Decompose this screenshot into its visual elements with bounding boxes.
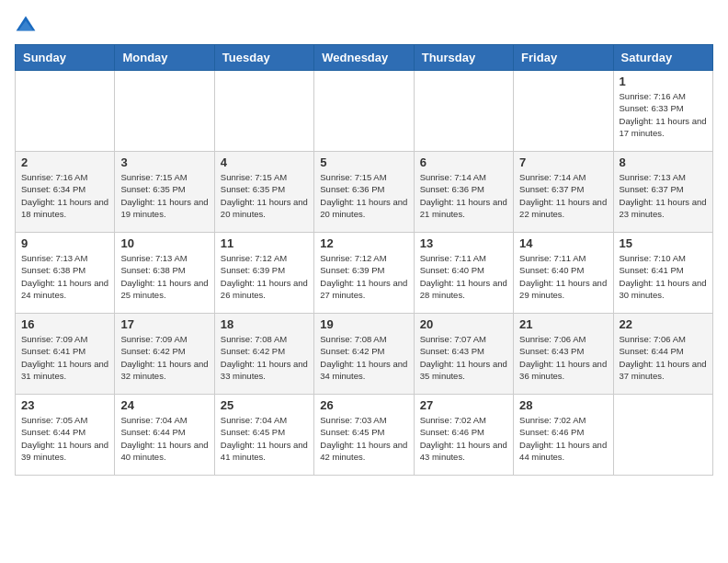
day-info: Sunrise: 7:15 AM Sunset: 6:36 PM Dayligh…	[320, 171, 407, 220]
day-number: 14	[519, 236, 607, 250]
day-info: Sunrise: 7:02 AM Sunset: 6:46 PM Dayligh…	[420, 414, 507, 463]
calendar-cell: 23Sunrise: 7:05 AM Sunset: 6:44 PM Dayli…	[16, 395, 115, 476]
calendar-cell: 18Sunrise: 7:08 AM Sunset: 6:42 PM Dayli…	[214, 314, 313, 395]
day-info: Sunrise: 7:05 AM Sunset: 6:44 PM Dayligh…	[21, 414, 108, 463]
calendar-cell: 5Sunrise: 7:15 AM Sunset: 6:36 PM Daylig…	[314, 152, 414, 233]
day-number: 16	[21, 317, 108, 331]
day-info: Sunrise: 7:06 AM Sunset: 6:44 PM Dayligh…	[620, 333, 707, 382]
calendar-cell: 19Sunrise: 7:08 AM Sunset: 6:42 PM Dayli…	[314, 314, 414, 395]
day-info: Sunrise: 7:15 AM Sunset: 6:35 PM Dayligh…	[120, 171, 208, 220]
day-number: 27	[420, 398, 507, 412]
day-info: Sunrise: 7:08 AM Sunset: 6:42 PM Dayligh…	[320, 333, 407, 382]
day-info: Sunrise: 7:13 AM Sunset: 6:38 PM Dayligh…	[120, 252, 208, 301]
day-number: 28	[519, 398, 607, 412]
day-info: Sunrise: 7:08 AM Sunset: 6:42 PM Dayligh…	[221, 333, 308, 382]
calendar-cell: 10Sunrise: 7:13 AM Sunset: 6:38 PM Dayli…	[115, 233, 214, 314]
day-info: Sunrise: 7:02 AM Sunset: 6:46 PM Dayligh…	[519, 414, 607, 463]
day-of-week-header: Wednesday	[314, 45, 414, 71]
day-info: Sunrise: 7:09 AM Sunset: 6:41 PM Dayligh…	[21, 333, 108, 382]
day-number: 13	[420, 236, 507, 250]
calendar-cell: 27Sunrise: 7:02 AM Sunset: 6:46 PM Dayli…	[414, 395, 513, 476]
day-number: 4	[221, 155, 308, 169]
calendar-cell: 12Sunrise: 7:12 AM Sunset: 6:39 PM Dayli…	[314, 233, 414, 314]
calendar-cell	[16, 71, 115, 152]
day-number: 7	[519, 155, 607, 169]
day-of-week-header: Sunday	[16, 45, 115, 71]
logo-icon	[15, 15, 37, 37]
day-number: 23	[21, 398, 108, 412]
day-info: Sunrise: 7:16 AM Sunset: 6:33 PM Dayligh…	[620, 90, 707, 139]
calendar-week-row: 16Sunrise: 7:09 AM Sunset: 6:41 PM Dayli…	[16, 314, 713, 395]
day-number: 26	[320, 398, 407, 412]
day-info: Sunrise: 7:10 AM Sunset: 6:41 PM Dayligh…	[620, 252, 707, 301]
day-info: Sunrise: 7:04 AM Sunset: 6:45 PM Dayligh…	[221, 414, 308, 463]
calendar-cell: 15Sunrise: 7:10 AM Sunset: 6:41 PM Dayli…	[613, 233, 712, 314]
day-info: Sunrise: 7:13 AM Sunset: 6:38 PM Dayligh…	[21, 252, 108, 301]
day-number: 21	[519, 317, 607, 331]
day-info: Sunrise: 7:09 AM Sunset: 6:42 PM Dayligh…	[120, 333, 208, 382]
day-info: Sunrise: 7:14 AM Sunset: 6:36 PM Dayligh…	[420, 171, 507, 220]
day-number: 17	[120, 317, 208, 331]
day-number: 12	[320, 236, 407, 250]
day-number: 24	[120, 398, 208, 412]
day-of-week-header: Thursday	[414, 45, 513, 71]
calendar-cell: 13Sunrise: 7:11 AM Sunset: 6:40 PM Dayli…	[414, 233, 513, 314]
calendar-cell: 3Sunrise: 7:15 AM Sunset: 6:35 PM Daylig…	[115, 152, 214, 233]
day-info: Sunrise: 7:03 AM Sunset: 6:45 PM Dayligh…	[320, 414, 407, 463]
calendar-cell: 21Sunrise: 7:06 AM Sunset: 6:43 PM Dayli…	[514, 314, 613, 395]
day-number: 10	[120, 236, 208, 250]
day-info: Sunrise: 7:06 AM Sunset: 6:43 PM Dayligh…	[519, 333, 607, 382]
day-number: 25	[221, 398, 308, 412]
calendar-cell: 2Sunrise: 7:16 AM Sunset: 6:34 PM Daylig…	[16, 152, 115, 233]
calendar-cell	[115, 71, 214, 152]
day-number: 5	[320, 155, 407, 169]
calendar-cell: 1Sunrise: 7:16 AM Sunset: 6:33 PM Daylig…	[613, 71, 712, 152]
day-number: 15	[620, 236, 707, 250]
calendar-cell: 17Sunrise: 7:09 AM Sunset: 6:42 PM Dayli…	[115, 314, 214, 395]
day-number: 8	[620, 155, 707, 169]
calendar-header-row: SundayMondayTuesdayWednesdayThursdayFrid…	[16, 45, 713, 71]
calendar-week-row: 1Sunrise: 7:16 AM Sunset: 6:33 PM Daylig…	[16, 71, 713, 152]
day-info: Sunrise: 7:15 AM Sunset: 6:35 PM Dayligh…	[221, 171, 308, 220]
day-info: Sunrise: 7:11 AM Sunset: 6:40 PM Dayligh…	[420, 252, 507, 301]
day-number: 22	[620, 317, 707, 331]
day-info: Sunrise: 7:16 AM Sunset: 6:34 PM Dayligh…	[21, 171, 108, 220]
day-info: Sunrise: 7:12 AM Sunset: 6:39 PM Dayligh…	[221, 252, 308, 301]
day-number: 2	[21, 155, 108, 169]
day-number: 19	[320, 317, 407, 331]
day-info: Sunrise: 7:11 AM Sunset: 6:40 PM Dayligh…	[519, 252, 607, 301]
calendar-cell: 25Sunrise: 7:04 AM Sunset: 6:45 PM Dayli…	[214, 395, 313, 476]
calendar-cell	[414, 71, 513, 152]
day-info: Sunrise: 7:14 AM Sunset: 6:37 PM Dayligh…	[519, 171, 607, 220]
day-info: Sunrise: 7:07 AM Sunset: 6:43 PM Dayligh…	[420, 333, 507, 382]
page-header	[15, 15, 713, 37]
day-of-week-header: Saturday	[613, 45, 712, 71]
calendar-week-row: 9Sunrise: 7:13 AM Sunset: 6:38 PM Daylig…	[16, 233, 713, 314]
calendar-cell	[214, 71, 313, 152]
day-number: 1	[620, 75, 707, 88]
calendar-week-row: 2Sunrise: 7:16 AM Sunset: 6:34 PM Daylig…	[16, 152, 713, 233]
day-number: 18	[221, 317, 308, 331]
calendar-cell: 26Sunrise: 7:03 AM Sunset: 6:45 PM Dayli…	[314, 395, 414, 476]
day-of-week-header: Tuesday	[214, 45, 313, 71]
calendar-cell	[314, 71, 414, 152]
calendar-cell	[613, 395, 712, 476]
calendar-table: SundayMondayTuesdayWednesdayThursdayFrid…	[15, 44, 713, 476]
calendar-cell: 4Sunrise: 7:15 AM Sunset: 6:35 PM Daylig…	[214, 152, 313, 233]
day-of-week-header: Friday	[514, 45, 613, 71]
calendar-cell: 14Sunrise: 7:11 AM Sunset: 6:40 PM Dayli…	[514, 233, 613, 314]
calendar-cell: 24Sunrise: 7:04 AM Sunset: 6:44 PM Dayli…	[115, 395, 214, 476]
calendar-cell: 6Sunrise: 7:14 AM Sunset: 6:36 PM Daylig…	[414, 152, 513, 233]
calendar-cell: 11Sunrise: 7:12 AM Sunset: 6:39 PM Dayli…	[214, 233, 313, 314]
day-of-week-header: Monday	[115, 45, 214, 71]
calendar-cell	[514, 71, 613, 152]
calendar-week-row: 23Sunrise: 7:05 AM Sunset: 6:44 PM Dayli…	[16, 395, 713, 476]
calendar-cell: 9Sunrise: 7:13 AM Sunset: 6:38 PM Daylig…	[16, 233, 115, 314]
day-number: 6	[420, 155, 507, 169]
calendar-cell: 7Sunrise: 7:14 AM Sunset: 6:37 PM Daylig…	[514, 152, 613, 233]
calendar-cell: 28Sunrise: 7:02 AM Sunset: 6:46 PM Dayli…	[514, 395, 613, 476]
calendar-cell: 8Sunrise: 7:13 AM Sunset: 6:37 PM Daylig…	[613, 152, 712, 233]
day-info: Sunrise: 7:04 AM Sunset: 6:44 PM Dayligh…	[120, 414, 208, 463]
calendar-cell: 20Sunrise: 7:07 AM Sunset: 6:43 PM Dayli…	[414, 314, 513, 395]
day-number: 9	[21, 236, 108, 250]
